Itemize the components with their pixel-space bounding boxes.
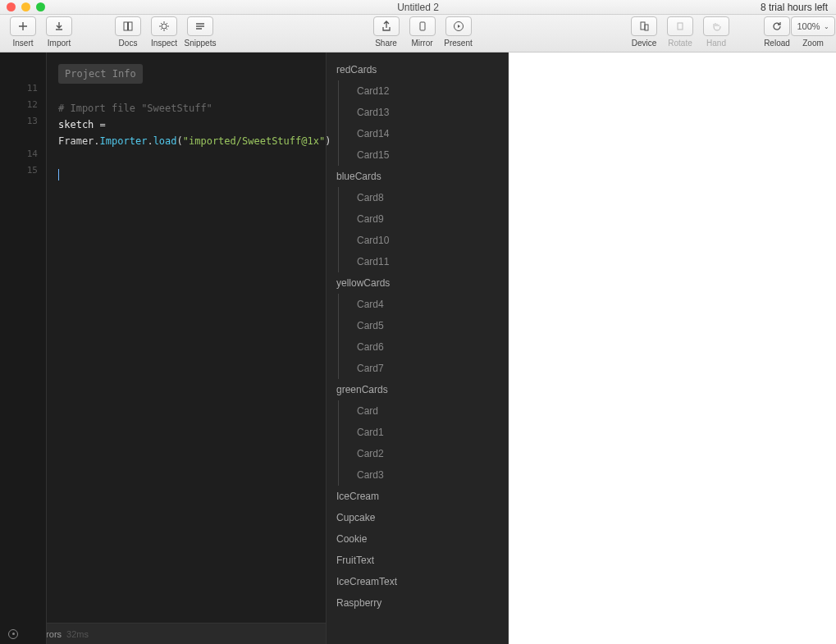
layer-item[interactable]: Cupcake xyxy=(327,507,508,528)
snippets-button[interactable]: Snippets xyxy=(182,16,218,48)
layers-panel[interactable]: redCardsCard12Card13Card14Card15blueCard… xyxy=(326,53,509,644)
main-area: 11 12 13 14 15 Project Info # Import fil… xyxy=(0,53,836,644)
toolbar-group-right: Reload 100% ⌄ Zoom xyxy=(759,16,831,48)
layer-item[interactable]: IceCream xyxy=(327,486,508,507)
reload-button[interactable]: Reload xyxy=(759,16,795,48)
line-gutter: 11 12 13 14 15 xyxy=(0,53,47,644)
code-line: sketch = Framer.Importer.load("imported/… xyxy=(58,116,314,149)
device-icon xyxy=(631,16,657,36)
share-button[interactable]: Share xyxy=(368,16,404,48)
svg-rect-6 xyxy=(645,25,648,30)
trial-status: 8 trial hours left xyxy=(761,2,828,13)
mirror-button[interactable]: Mirror xyxy=(404,16,441,48)
layer-item[interactable]: Card1 xyxy=(338,422,508,443)
chevron-down-icon: ⌄ xyxy=(824,23,829,30)
svg-rect-0 xyxy=(124,22,128,30)
layer-item[interactable]: Card4 xyxy=(338,294,508,315)
docs-button[interactable]: Docs xyxy=(110,16,146,48)
layer-item[interactable]: Card3 xyxy=(338,464,508,486)
layer-item[interactable]: FruitText xyxy=(327,550,508,571)
layer-item[interactable]: Card5 xyxy=(338,315,508,336)
line-number: 11 xyxy=(0,80,38,97)
compile-time: 32ms xyxy=(66,629,89,639)
mirror-icon xyxy=(409,16,436,36)
layer-item[interactable]: Card14 xyxy=(338,123,508,144)
line-number: 15 xyxy=(0,162,38,179)
preview-pane[interactable] xyxy=(509,53,836,644)
minimize-window-button[interactable] xyxy=(21,2,30,11)
window-controls xyxy=(7,2,45,11)
window-title: Untitled 2 xyxy=(397,2,439,13)
zoom-select[interactable]: 100% ⌄ xyxy=(791,16,834,36)
code-editor[interactable]: Project Info # Import file "SweetStuff" … xyxy=(47,53,326,182)
rotate-button[interactable]: Rotate xyxy=(662,16,698,48)
hand-button[interactable]: Hand xyxy=(698,16,734,48)
layer-item[interactable]: Card7 xyxy=(338,358,508,379)
layer-group[interactable]: yellowCards xyxy=(327,272,508,294)
svg-point-2 xyxy=(162,24,167,29)
toolbar-group-docs: Docs Inspect Snippets xyxy=(110,16,218,48)
layer-item[interactable]: Card6 xyxy=(338,336,508,358)
svg-rect-5 xyxy=(641,22,645,30)
layer-item[interactable]: Card15 xyxy=(338,144,508,166)
titlebar: Untitled 2 8 trial hours left xyxy=(0,0,836,15)
layer-item[interactable]: IceCreamText xyxy=(327,571,508,592)
layer-item[interactable]: Card2 xyxy=(338,443,508,464)
device-button[interactable]: Device xyxy=(626,16,662,48)
zoom-control[interactable]: 100% ⌄ Zoom xyxy=(795,16,831,48)
play-icon xyxy=(445,16,472,36)
code-comment: # Import file "SweetStuff" xyxy=(58,100,314,116)
layer-item[interactable]: Card xyxy=(338,400,508,422)
line-number: 14 xyxy=(0,146,38,162)
close-window-button[interactable] xyxy=(7,2,16,11)
svg-rect-3 xyxy=(420,22,425,30)
import-button[interactable]: Import xyxy=(41,16,77,48)
layer-item[interactable]: Card11 xyxy=(338,251,508,272)
layer-item[interactable]: Raspberry xyxy=(327,592,508,614)
layer-item[interactable]: Card12 xyxy=(338,80,508,102)
toolbar-group-share: Share Mirror Present xyxy=(368,16,477,48)
layer-item[interactable]: Card8 xyxy=(338,187,508,208)
line-number: 12 xyxy=(0,97,38,113)
svg-rect-7 xyxy=(678,23,683,30)
gear-icon xyxy=(151,16,177,36)
layer-item[interactable]: Card10 xyxy=(338,230,508,251)
cursor-line xyxy=(58,166,314,182)
insert-button[interactable]: Insert xyxy=(5,16,41,48)
toolbar-group-left: Insert Import xyxy=(5,16,77,48)
toolbar-group-device: Device Rotate Hand xyxy=(626,16,734,48)
text-cursor xyxy=(58,169,59,180)
lines-icon xyxy=(187,16,213,36)
status-bar: No Errors 32ms xyxy=(0,623,326,644)
layer-item[interactable]: Card9 xyxy=(338,208,508,230)
layer-group[interactable]: redCards xyxy=(327,59,508,80)
rotate-icon xyxy=(667,16,693,36)
maximize-window-button[interactable] xyxy=(36,2,45,11)
project-info-chip[interactable]: Project Info xyxy=(58,64,143,84)
layer-group[interactable]: greenCards xyxy=(327,379,508,400)
toolbar: Insert Import Docs Inspect Snippets Shar… xyxy=(0,15,836,53)
hand-icon xyxy=(703,16,729,36)
share-icon xyxy=(373,16,400,36)
editor-pane: 11 12 13 14 15 Project Info # Import fil… xyxy=(0,53,326,644)
layer-item[interactable]: Card13 xyxy=(338,102,508,123)
inspect-button[interactable]: Inspect xyxy=(146,16,182,48)
layer-group[interactable]: blueCards xyxy=(327,166,508,187)
plus-icon xyxy=(10,16,36,36)
zoom-value: 100% xyxy=(797,21,820,31)
target-icon[interactable] xyxy=(8,629,18,639)
line-number: 13 xyxy=(0,113,38,130)
reload-icon xyxy=(764,16,790,36)
svg-rect-1 xyxy=(129,22,133,30)
present-button[interactable]: Present xyxy=(441,16,477,48)
book-icon xyxy=(115,16,141,36)
download-icon xyxy=(46,16,72,36)
layer-item[interactable]: Cookie xyxy=(327,528,508,550)
